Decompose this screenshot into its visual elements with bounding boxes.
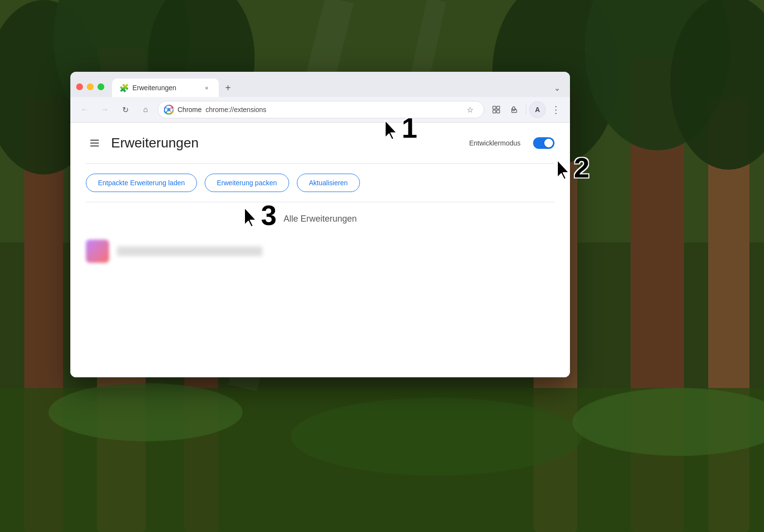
back-button[interactable]: ← xyxy=(76,101,93,118)
minimize-button[interactable] xyxy=(87,83,94,90)
page-content: Erweiterungen Entwicklermodus Entpackte … xyxy=(70,123,570,377)
back-icon: ← xyxy=(81,105,88,114)
hamburger-line-3 xyxy=(90,145,99,146)
extensions-header: Erweiterungen Entwicklermodus xyxy=(70,123,570,163)
svg-point-15 xyxy=(49,383,243,441)
more-options-button[interactable]: ⋮ xyxy=(548,101,564,118)
svg-rect-22 xyxy=(493,106,496,109)
window-controls xyxy=(76,83,104,97)
grid-icon xyxy=(492,105,501,114)
browser-window: 🧩 Erweiterungen × + ⌄ ← → ↻ ⌂ xyxy=(70,72,570,377)
tab-dropdown-button[interactable]: ⌄ xyxy=(550,81,564,95)
hamburger-line-1 xyxy=(90,140,99,141)
avatar-label: A xyxy=(535,106,540,113)
tab-area: 🧩 Erweiterungen × + xyxy=(112,79,550,97)
url-display: chrome://extensions xyxy=(206,106,458,113)
all-extensions-label: Alle Erweiterungen xyxy=(70,202,570,232)
svg-rect-24 xyxy=(493,110,496,113)
dev-mode-label: Entwicklermodus xyxy=(469,139,520,147)
update-button[interactable]: Aktualisieren xyxy=(297,174,360,192)
toggle-thumb xyxy=(544,139,553,147)
chrome-brand-label: Chrome xyxy=(178,106,202,113)
toolbar-divider xyxy=(526,105,526,114)
more-icon: ⋮ xyxy=(551,104,561,115)
extensions-button[interactable] xyxy=(506,101,523,118)
extension-item xyxy=(70,232,570,271)
extension-name xyxy=(117,246,262,256)
puzzle-icon xyxy=(510,105,519,114)
svg-point-21 xyxy=(167,108,171,112)
reload-button[interactable]: ↻ xyxy=(117,101,133,118)
home-icon: ⌂ xyxy=(143,105,148,114)
tab-favicon: 🧩 xyxy=(120,83,129,92)
tab-title: Erweiterungen xyxy=(132,84,198,92)
reload-icon: ↻ xyxy=(122,105,129,114)
tab-close-button[interactable]: × xyxy=(202,83,211,92)
extension-icon xyxy=(86,240,109,263)
load-unpacked-button[interactable]: Entpackte Erweiterung laden xyxy=(86,174,197,192)
bookmark-star-icon: ☆ xyxy=(467,105,473,114)
bookmark-button[interactable]: ☆ xyxy=(462,102,478,117)
title-bar: 🧩 Erweiterungen × + ⌄ xyxy=(70,72,570,97)
svg-rect-23 xyxy=(497,106,500,109)
close-button[interactable] xyxy=(76,83,83,90)
chrome-logo-icon xyxy=(164,105,174,114)
toggle-track xyxy=(533,137,554,149)
new-tab-button[interactable]: + xyxy=(221,81,235,95)
sidebar-toggle-button[interactable] xyxy=(86,134,103,152)
developer-mode-toggle[interactable] xyxy=(533,137,554,149)
address-bar[interactable]: Chrome chrome://extensions ☆ xyxy=(158,101,484,118)
developer-buttons: Entpackte Erweiterung laden Erweiterung … xyxy=(70,164,570,202)
forward-icon: → xyxy=(101,105,109,114)
toolbar-actions: A ⋮ xyxy=(488,101,564,118)
pack-extension-button[interactable]: Erweiterung packen xyxy=(205,174,289,192)
profile-button[interactable]: A xyxy=(529,101,546,118)
svg-rect-25 xyxy=(497,110,500,113)
toolbar: ← → ↻ ⌂ Chrome chrome://extensions xyxy=(70,97,570,123)
home-button[interactable]: ⌂ xyxy=(137,101,154,118)
svg-point-16 xyxy=(291,398,582,475)
forward-button[interactable]: → xyxy=(97,101,113,118)
hamburger-line-2 xyxy=(90,143,99,144)
screen-capture-button[interactable] xyxy=(488,101,504,118)
maximize-button[interactable] xyxy=(98,83,104,90)
page-title: Erweiterungen xyxy=(111,135,461,151)
active-tab[interactable]: 🧩 Erweiterungen × xyxy=(112,79,219,97)
